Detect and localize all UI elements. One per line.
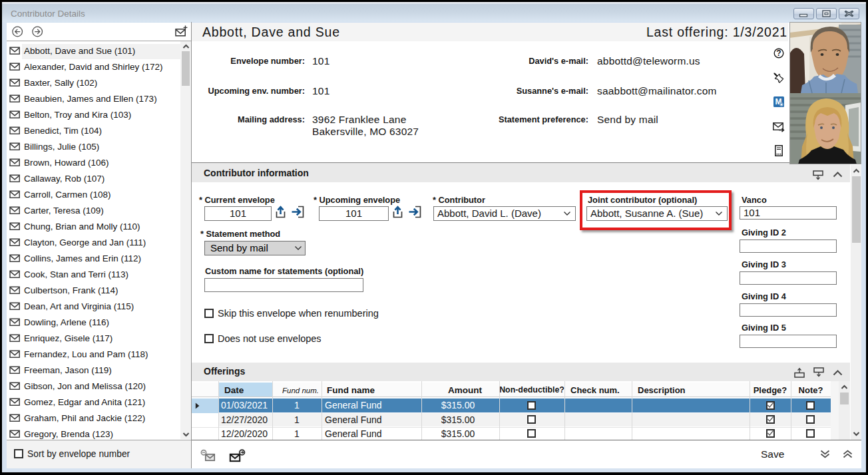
svg-text:?: ? (776, 49, 781, 58)
